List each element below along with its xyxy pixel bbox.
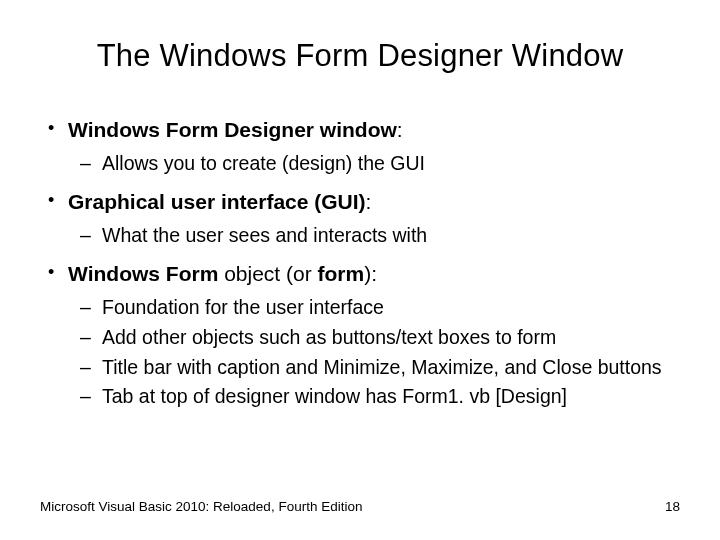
sub-item: What the user sees and interacts with [102,222,680,250]
sub-list: What the user sees and interacts with [68,222,680,250]
bullet-head-bold: Windows Form Designer window [68,118,397,141]
sub-item: Title bar with caption and Minimize, Max… [102,354,680,382]
footer-source: Microsoft Visual Basic 2010: Reloaded, F… [40,499,362,514]
bullet-head-bold2: form [318,262,365,285]
sub-list: Allows you to create (design) the GUI [68,150,680,178]
bullet-head-plain: object (or [218,262,317,285]
bullet-head-bold: Graphical user interface (GUI) [68,190,366,213]
sub-item: Foundation for the user interface [102,294,680,322]
bullet-item: Windows Form Designer window: Allows you… [68,116,680,178]
bullet-head-bold: Windows Form [68,262,218,285]
sub-item: Add other objects such as buttons/text b… [102,324,680,352]
bullet-item: Windows Form object (or form): Foundatio… [68,260,680,411]
bullet-head-tail: ): [364,262,377,285]
sub-item: Allows you to create (design) the GUI [102,150,680,178]
bullet-head: Windows Form Designer window: [68,118,403,141]
sub-item: Tab at top of designer window has Form1.… [102,383,680,411]
slide-title: The Windows Form Designer Window [40,38,680,74]
bullet-head: Windows Form object (or form): [68,262,377,285]
sub-list: Foundation for the user interface Add ot… [68,294,680,411]
bullet-head: Graphical user interface (GUI): [68,190,371,213]
slide-footer: Microsoft Visual Basic 2010: Reloaded, F… [40,499,680,514]
bullet-list: Windows Form Designer window: Allows you… [40,116,680,411]
bullet-head-tail: : [366,190,372,213]
bullet-head-tail: : [397,118,403,141]
page-number: 18 [665,499,680,514]
bullet-item: Graphical user interface (GUI): What the… [68,188,680,250]
